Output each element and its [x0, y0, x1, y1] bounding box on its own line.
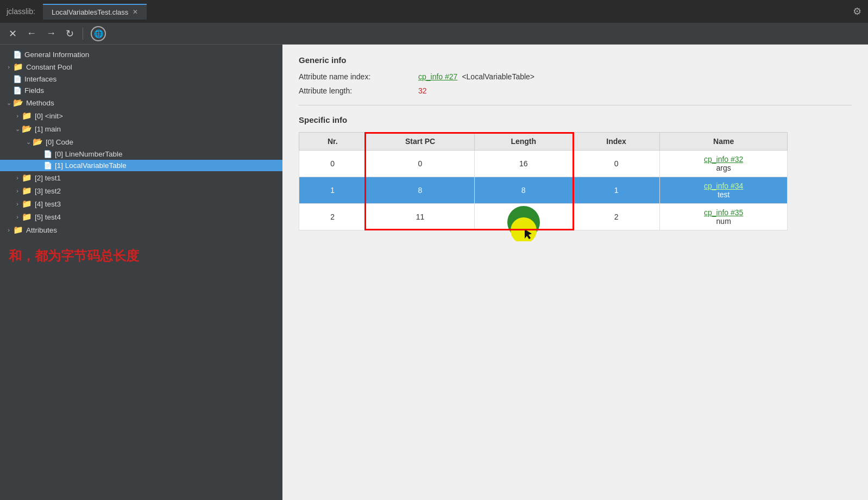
- refresh-button[interactable]: ↻: [62, 26, 77, 42]
- expand-icon: ⌄: [24, 139, 33, 146]
- cell-startpc: 0: [366, 151, 474, 177]
- sidebar-item-label: Methods: [26, 99, 54, 107]
- cell-startpc: 11: [366, 204, 474, 230]
- name-link[interactable]: cp_info #32: [704, 155, 743, 164]
- sidebar-item-constant-pool[interactable]: › 📁 Constant Pool: [0, 60, 282, 73]
- back-button[interactable]: ←: [23, 26, 40, 41]
- attr-name-index-suffix: <LocalVariableTable>: [462, 72, 534, 81]
- sidebar-item-methods-init[interactable]: › 📁 [0] <init>: [0, 109, 282, 122]
- sidebar-item-test2[interactable]: › 📁 [3] test2: [0, 184, 282, 197]
- col-header-name: Name: [660, 133, 788, 151]
- sidebar: 📄 General Information › 📁 Constant Pool …: [0, 45, 282, 500]
- gear-icon[interactable]: ⚙: [853, 5, 861, 17]
- svg-marker-2: [525, 229, 532, 239]
- sidebar-item-methods[interactable]: ⌄ 📂 Methods: [0, 96, 282, 109]
- expand-icon: ›: [13, 201, 22, 207]
- title-bar: jclasslib: LocalVariablesTest.class ✕ ⚙: [0, 0, 868, 23]
- annotation-area: 和，都为字节码总长度: [0, 236, 282, 269]
- cell-nr: 2: [299, 204, 366, 230]
- active-tab[interactable]: LocalVariablesTest.class ✕: [43, 4, 147, 20]
- file-icon: 📄: [13, 86, 22, 95]
- sidebar-item-interfaces[interactable]: 📄 Interfaces: [0, 73, 282, 85]
- variables-table: Nr. Start PC Length Index Name 0 0 16 0 …: [299, 132, 788, 230]
- cell-nr: 0: [299, 151, 366, 177]
- col-header-nr: Nr.: [299, 133, 366, 151]
- folder-closed-icon: 📁: [22, 173, 32, 183]
- sidebar-item-label: [0] LineNumberTable: [55, 150, 123, 158]
- expand-icon: ⌄: [13, 126, 22, 133]
- attr-length-label: Attribute length:: [299, 86, 418, 95]
- sidebar-item-label: [5] test4: [35, 213, 61, 221]
- forward-button[interactable]: →: [43, 26, 59, 41]
- sidebar-item-attributes[interactable]: › 📁 Attributes: [0, 223, 282, 236]
- col-header-index: Index: [573, 133, 659, 151]
- cell-index: 1: [573, 177, 659, 204]
- table-row: 1 8 8 1 cp_info #34 test: [299, 177, 788, 204]
- close-button[interactable]: ✕: [5, 26, 20, 42]
- divider: [299, 105, 852, 105]
- cell-index: 2: [573, 204, 659, 230]
- toolbar-separator: [83, 28, 83, 40]
- folder-open-icon: 📂: [22, 124, 32, 134]
- tab-close-icon[interactable]: ✕: [133, 8, 138, 16]
- sidebar-item-fields[interactable]: 📄 Fields: [0, 85, 282, 96]
- generic-info-title: Generic info: [299, 55, 852, 65]
- file-icon: 📄: [43, 161, 52, 170]
- sidebar-item-label: Fields: [24, 86, 44, 95]
- sidebar-item-label: [0] Code: [46, 138, 73, 146]
- tab-label: LocalVariablesTest.class: [52, 8, 128, 16]
- sidebar-item-label: Constant Pool: [26, 63, 72, 71]
- expand-icon: ›: [13, 214, 22, 220]
- globe-icon: 🌐: [91, 26, 106, 41]
- attr-name-index-link[interactable]: cp_info #27: [418, 72, 457, 81]
- cell-length: 8: [474, 177, 573, 204]
- sidebar-item-test3[interactable]: › 📁 [4] test3: [0, 197, 282, 210]
- sidebar-item-localvariabletable[interactable]: 📄 [1] LocalVariableTable: [0, 160, 282, 171]
- globe-button[interactable]: 🌐: [89, 24, 108, 43]
- sidebar-item-label: [1] LocalVariableTable: [55, 161, 127, 170]
- sidebar-item-linenumbertable[interactable]: 📄 [0] LineNumberTable: [0, 148, 282, 160]
- sidebar-item-label: Attributes: [26, 226, 57, 234]
- file-icon: 📄: [13, 75, 22, 83]
- file-icon: 📄: [13, 51, 22, 59]
- cell-name: cp_info #32 args: [660, 151, 788, 177]
- cell-startpc: 8: [366, 177, 474, 204]
- col-header-length: Length: [474, 133, 573, 151]
- sidebar-item-general-information[interactable]: 📄 General Information: [0, 49, 282, 60]
- table-wrapper: Nr. Start PC Length Index Name 0 0 16 0 …: [299, 132, 788, 230]
- sidebar-item-label: [4] test3: [35, 200, 61, 208]
- folder-closed-icon: 📁: [13, 225, 23, 235]
- expand-icon: ›: [13, 174, 22, 181]
- sidebar-item-test4[interactable]: › 📁 [5] test4: [0, 210, 282, 223]
- cell-name: cp_info #35 num: [660, 204, 788, 230]
- attr-length-row: Attribute length: 32: [299, 86, 852, 95]
- app-name: jclasslib:: [7, 7, 35, 16]
- name-text: num: [716, 217, 731, 226]
- folder-closed-icon: 📁: [22, 212, 32, 222]
- name-text: test: [718, 190, 730, 199]
- name-link[interactable]: cp_info #35: [704, 208, 743, 217]
- sidebar-item-methods-main-code[interactable]: ⌄ 📂 [0] Code: [0, 135, 282, 148]
- main-layout: 📄 General Information › 📁 Constant Pool …: [0, 45, 868, 500]
- sidebar-item-label: [3] test2: [35, 187, 61, 195]
- name-link[interactable]: cp_info #34: [704, 182, 743, 190]
- cell-nr: 1: [299, 177, 366, 204]
- folder-open-icon: 📂: [33, 137, 43, 147]
- folder-closed-icon: 📁: [22, 199, 32, 209]
- expand-icon: ⌄: [4, 99, 13, 107]
- table-row: 2 11 5 2 cp_info #35 num: [299, 204, 788, 230]
- folder-closed-icon: 📁: [13, 62, 23, 72]
- toolbar: ✕ ← → ↻ 🌐: [0, 23, 868, 45]
- file-icon: 📄: [43, 150, 52, 158]
- col-header-startpc: Start PC: [366, 133, 474, 151]
- expand-icon: ›: [4, 227, 13, 233]
- cell-length: 5: [474, 204, 573, 230]
- sidebar-item-methods-main[interactable]: ⌄ 📂 [1] main: [0, 122, 282, 135]
- cell-length: 16: [474, 151, 573, 177]
- name-text: args: [716, 164, 731, 172]
- expand-icon: ›: [13, 112, 22, 119]
- cell-name: cp_info #34 test: [660, 177, 788, 204]
- expand-icon: ›: [4, 64, 13, 70]
- sidebar-item-test1[interactable]: › 📁 [2] test1: [0, 171, 282, 184]
- attr-name-index-label: Attribute name index:: [299, 72, 418, 81]
